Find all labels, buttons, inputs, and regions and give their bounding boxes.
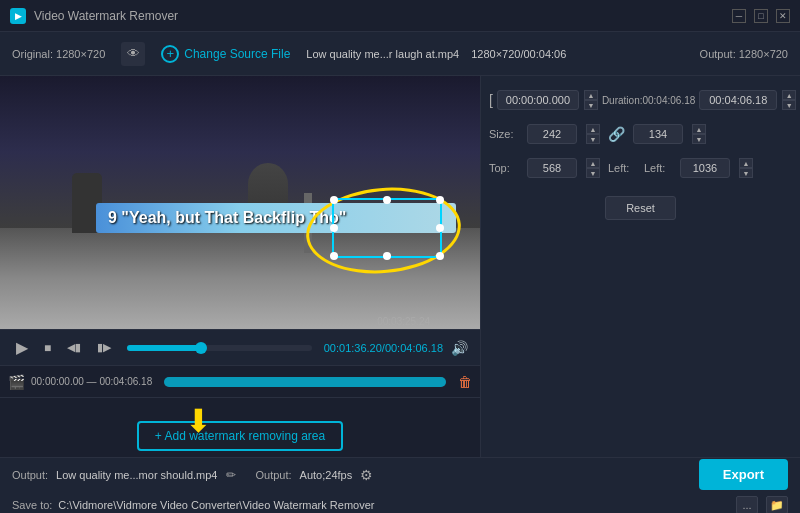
width-input[interactable] [527,124,577,144]
reset-button[interactable]: Reset [605,196,676,220]
minimize-button[interactable]: ─ [732,9,746,23]
output-format: Auto;24fps [300,469,353,481]
height-spinner: ▲ ▼ [692,124,706,144]
close-button[interactable]: ✕ [776,9,790,23]
saveto-path: C:\Vidmore\Vidmore Video Converter\Video… [58,499,730,511]
add-watermark-area-button[interactable]: + Add watermark removing area [137,421,343,451]
settings-icon[interactable]: ⚙ [360,467,373,483]
start-time-spinner: ▲ ▼ [584,90,598,110]
duration-label: Duration:00:04:06.18 [602,95,695,106]
play-button[interactable]: ▶ [12,336,32,359]
selection-box[interactable] [332,198,442,258]
start-time-up[interactable]: ▲ [584,90,598,100]
top-label: Top: [489,162,519,174]
width-down[interactable]: ▼ [586,134,600,144]
left-down[interactable]: ▼ [739,168,753,178]
top-down[interactable]: ▼ [586,168,600,178]
title-bar: ▶ Video Watermark Remover ─ □ ✕ [0,0,800,32]
time-inputs-row: [ ▲ ▼ Duration:00:04:06.18 ▲ ▼ ] [489,90,792,110]
end-time-up[interactable]: ▲ [782,90,796,100]
progress-thumb[interactable] [195,342,207,354]
app-container: ▶ Video Watermark Remover ─ □ ✕ Original… [0,0,800,513]
timestamp-below-progress: 00:03:25.24 [377,316,430,327]
left-panel: 9 "Yeah, but That Backflip Tho" [0,76,480,457]
time-display: 00:01:36.20/00:04:06.18 [324,342,443,354]
handle-br[interactable] [436,252,444,260]
height-input[interactable] [633,124,683,144]
plus-circle-icon: + [161,45,179,63]
size-label: Size: [489,128,519,140]
top-input[interactable] [527,158,577,178]
output-filename: Low quality me...mor should.mp4 [56,469,217,481]
progress-fill [127,345,201,351]
maximize-button[interactable]: □ [754,9,768,23]
timeline-segment [164,377,446,387]
bracket-open: [ [489,92,493,108]
handle-tm[interactable] [383,196,391,204]
left-label: Left: [608,162,636,174]
handle-ml[interactable] [330,224,338,232]
top-spinner: ▲ ▼ [586,158,600,178]
timeline-bar[interactable] [164,377,446,387]
add-watermark-row: ⬇ + Add watermark removing area [0,397,480,457]
original-resolution-label: Original: 1280×720 [12,48,105,60]
timeline-start: 00:00:00.00 — 00:04:06.18 [31,376,152,387]
width-up[interactable]: ▲ [586,124,600,134]
end-time-spinner: ▲ ▼ [782,90,796,110]
volume-icon[interactable]: 🔊 [451,340,468,356]
toolbar: Original: 1280×720 👁 + Change Source Fil… [0,32,800,76]
handle-bl[interactable] [330,252,338,260]
left-input[interactable] [680,158,730,178]
end-time-down[interactable]: ▼ [782,100,796,110]
size-row: Size: ▲ ▼ 🔗 ▲ ▼ [489,124,792,144]
left-label-text: Left: [644,162,672,174]
channel-number: 9 [108,209,117,226]
output-resolution-label: Output: 1280×720 [700,48,788,60]
left-spinner: ▲ ▼ [739,158,753,178]
down-arrow-icon: ⬇ [185,402,212,440]
edit-filename-icon[interactable]: ✏ [226,468,236,482]
footer: Output: Low quality me...mor should.mp4 … [0,457,800,513]
delete-timeline-button[interactable]: 🗑 [458,374,472,390]
stop-button[interactable]: ■ [40,339,55,357]
start-time-down[interactable]: ▼ [584,100,598,110]
handle-mr[interactable] [436,224,444,232]
video-preview-area[interactable]: 9 "Yeah, but That Backflip Tho" [0,76,480,329]
handle-tr[interactable] [436,196,444,204]
saveto-row: Save to: C:\Vidmore\Vidmore Video Conver… [0,494,800,513]
preview-toggle-button[interactable]: 👁 [121,42,145,66]
playback-controls: ▶ ■ ◀▮ ▮▶ 00:01:36.20/00:04:06.18 🔊 [0,329,480,365]
end-time-input[interactable] [699,90,777,110]
export-button[interactable]: Export [699,459,788,490]
output-row: Output: Low quality me...mor should.mp4 … [0,455,800,494]
file-info: Low quality me...r laugh at.mp4 1280×720… [306,48,683,60]
progress-track [127,345,311,351]
left-up[interactable]: ▲ [739,158,753,168]
height-up[interactable]: ▲ [692,124,706,134]
handle-tl[interactable] [330,196,338,204]
right-panel: [ ▲ ▼ Duration:00:04:06.18 ▲ ▼ ] Size: [480,76,800,457]
file-name: Low quality me...r laugh at.mp4 [306,48,459,60]
start-time-input[interactable] [497,90,579,110]
file-dimensions: 1280×720/00:04:06 [471,48,566,60]
frame-forward-button[interactable]: ▮▶ [93,339,115,356]
app-title: Video Watermark Remover [34,9,732,23]
change-source-button[interactable]: + Change Source File [161,45,290,63]
saveto-label: Save to: [12,499,52,511]
link-icon[interactable]: 🔗 [608,126,625,142]
open-folder-button[interactable]: 📁 [766,496,788,513]
output-label: Output: [12,469,48,481]
position-row: Top: ▲ ▼ Left: Left: ▲ ▼ [489,158,792,178]
frame-back-button[interactable]: ◀▮ [63,339,85,356]
output-format-label: Output: [256,469,292,481]
timeline-row: 🎬 00:00:00.00 — 00:04:06.18 🗑 [0,365,480,397]
top-up[interactable]: ▲ [586,158,600,168]
handle-bm[interactable] [383,252,391,260]
progress-bar-container[interactable] [127,345,311,351]
folder-browse-button[interactable]: ... [736,496,758,513]
width-spinner: ▲ ▼ [586,124,600,144]
height-down[interactable]: ▼ [692,134,706,144]
timeline-icon: 🎬 [8,374,25,390]
change-source-label: Change Source File [184,47,290,61]
window-controls: ─ □ ✕ [732,9,790,23]
